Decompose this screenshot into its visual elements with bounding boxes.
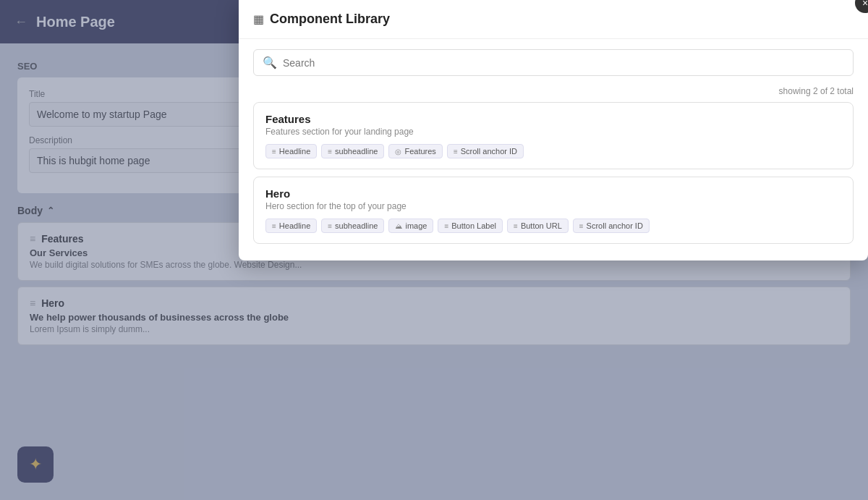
tag-label: Headline bbox=[279, 147, 310, 156]
tag-features: ◎ Features bbox=[388, 144, 442, 158]
search-box: 🔍 bbox=[253, 49, 854, 76]
tag-icon-lines6: ≡ bbox=[444, 222, 448, 230]
hero-tag-subheadline: ≡ subheadline bbox=[321, 219, 384, 233]
hero-tag-button-label: ≡ Button Label bbox=[438, 219, 503, 233]
tag-icon-lines4: ≡ bbox=[272, 222, 276, 230]
features-tags: ≡ Headline ≡ subheadline ◎ Features ≡ Sc… bbox=[265, 144, 841, 158]
hero-component-desc: Hero section for the top of your page bbox=[265, 201, 841, 211]
showing-count: showing 2 of 2 total bbox=[239, 86, 868, 102]
tag-icon-lines: ≡ bbox=[272, 148, 276, 156]
tag-icon-lines3: ≡ bbox=[454, 148, 458, 156]
tag-label: subheadline bbox=[335, 221, 378, 230]
hero-tag-image: ⛰ image bbox=[388, 219, 433, 233]
search-icon: 🔍 bbox=[263, 56, 277, 69]
hero-tag-button-url: ≡ Button URL bbox=[507, 219, 569, 233]
hero-tag-scroll-anchor: ≡ Scroll anchor ID bbox=[573, 219, 650, 233]
features-component-card[interactable]: Features Features section for your landi… bbox=[253, 102, 854, 169]
modal-title: Component Library bbox=[270, 12, 390, 27]
tag-icon-lines2: ≡ bbox=[328, 148, 332, 156]
hero-component-card[interactable]: Hero Hero section for the top of your pa… bbox=[253, 177, 854, 244]
tag-icon-lines8: ≡ bbox=[579, 222, 584, 230]
tag-headline: ≡ Headline bbox=[265, 144, 317, 158]
tag-label: Features bbox=[404, 147, 435, 156]
component-library-modal: × ▦ Component Library 🔍 showing 2 of 2 t… bbox=[239, 0, 868, 260]
modal-title-icon: ▦ bbox=[253, 12, 264, 26]
hero-tags: ≡ Headline ≡ subheadline ⛰ image ≡ Butto… bbox=[265, 219, 841, 233]
tag-label: image bbox=[405, 221, 427, 230]
features-component-desc: Features section for your landing page bbox=[265, 127, 841, 137]
components-list: Features Features section for your landi… bbox=[239, 102, 868, 258]
tag-label: Button Label bbox=[451, 221, 496, 230]
modal-search-row: 🔍 bbox=[239, 39, 868, 86]
tag-icon-lines5: ≡ bbox=[328, 222, 332, 230]
tag-label: subheadline bbox=[335, 147, 378, 156]
modal-overlay: × ▦ Component Library 🔍 showing 2 of 2 t… bbox=[0, 0, 868, 500]
modal-header: ▦ Component Library bbox=[239, 0, 868, 39]
tag-label: Headline bbox=[279, 221, 310, 230]
tag-icon-circle: ◎ bbox=[395, 148, 401, 156]
tag-scroll-anchor: ≡ Scroll anchor ID bbox=[447, 144, 524, 158]
tag-subheadline: ≡ subheadline bbox=[321, 144, 384, 158]
hero-component-name: Hero bbox=[265, 187, 841, 200]
tag-label: Scroll anchor ID bbox=[587, 221, 643, 230]
tag-label: Button URL bbox=[521, 221, 562, 230]
tag-icon-image: ⛰ bbox=[395, 222, 402, 230]
hero-tag-headline: ≡ Headline bbox=[265, 219, 317, 233]
tag-icon-lines7: ≡ bbox=[514, 222, 518, 230]
modal-title-row: ▦ Component Library bbox=[253, 12, 390, 27]
search-input[interactable] bbox=[283, 57, 844, 69]
tag-label: Scroll anchor ID bbox=[461, 147, 517, 156]
features-component-name: Features bbox=[265, 113, 841, 125]
